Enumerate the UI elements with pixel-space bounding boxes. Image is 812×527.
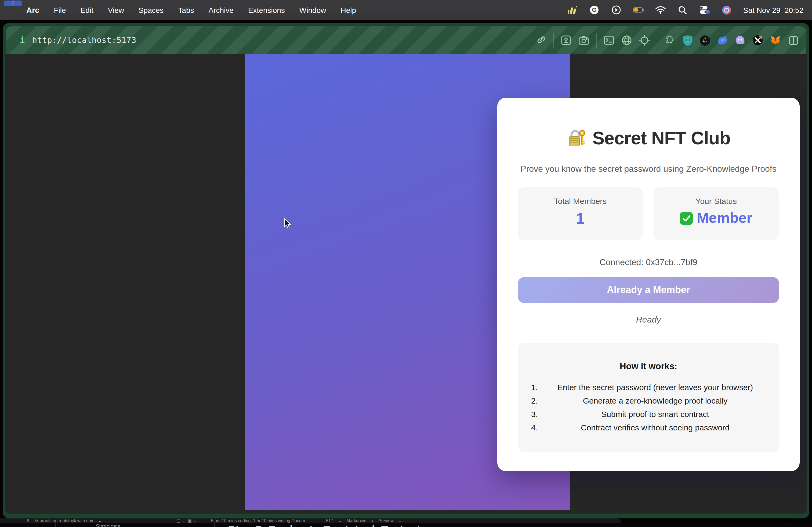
chevron-down-icon[interactable]: ⌄: [338, 518, 342, 523]
language-script-icon[interactable]: ℒ: [700, 35, 710, 45]
pane-divider: [55, 523, 56, 527]
step-text: Contract verifies without seeing passwor…: [547, 423, 779, 432]
total-members-label: Total Members: [518, 196, 643, 206]
page-title-text: Secret NFT Club: [592, 128, 730, 149]
chevron-down-icon[interactable]: ⌄: [98, 518, 102, 523]
control-center-icon[interactable]: [699, 6, 710, 14]
how-it-works-list: 1. Enter the secret password (never leav…: [518, 380, 779, 434]
menu-item-edit[interactable]: Edit: [81, 6, 93, 14]
background-active-tab[interactable]: 7: [4, 1, 22, 6]
step-number: 2.: [531, 396, 547, 405]
menu-item-spaces[interactable]: Spaces: [139, 6, 163, 14]
stocks-menu-icon[interactable]: [567, 6, 578, 14]
desktop: Arc File Edit View Spaces Tabs Archive E…: [0, 0, 812, 527]
battery-menu-icon[interactable]: [633, 6, 644, 14]
address-bar[interactable]: http://localhost:5173: [32, 35, 136, 45]
macos-menu-bar: Arc File Edit View Spaces Tabs Archive E…: [0, 0, 812, 20]
toolbar-separator: [553, 33, 554, 48]
mode-label[interactable]: Markdown: [346, 518, 366, 523]
menu-clock[interactable]: Sat Nov 29 20:52: [743, 6, 803, 14]
step-text: Enter the secret password (never leaves …: [547, 383, 779, 392]
adguard-shield-icon[interactable]: [682, 35, 693, 46]
your-status-stat: Your Status Member: [654, 187, 779, 240]
how-it-works-panel: How it works: 1. Enter the secret passwo…: [518, 343, 779, 452]
element-picker-target-icon[interactable]: [639, 35, 650, 46]
wifi-menu-icon[interactable]: [655, 6, 666, 14]
list-item: 2. Generate a zero-knowledge proof local…: [518, 394, 779, 407]
toolbar-separator: [657, 33, 657, 48]
background-window-content: Symbiosis Step 7: Deploy to Rootstock Te…: [0, 523, 812, 527]
word-count: 517: [326, 518, 333, 523]
how-it-works-heading: How it works:: [518, 361, 779, 371]
copy-link-icon[interactable]: [535, 35, 546, 46]
grammarly-menu-icon[interactable]: G: [589, 6, 600, 14]
menu-item-window[interactable]: Window: [300, 6, 326, 14]
page-title: Secret NFT Club: [497, 128, 800, 149]
siri-menu-icon[interactable]: [721, 6, 732, 14]
step-number: 4.: [531, 423, 547, 432]
page-subtitle: Prove you know the secret password using…: [497, 164, 800, 174]
app-gradient-background: Secret NFT Club Prove you know the secre…: [245, 54, 570, 510]
app-card: Secret NFT Club Prove you know the secre…: [497, 98, 800, 471]
svg-text:G: G: [592, 6, 597, 13]
mouse-cursor: [284, 219, 291, 229]
total-members-stat: Total Members 1: [518, 187, 643, 240]
spotlight-search-icon[interactable]: [677, 6, 688, 14]
step-text: Submit proof to smart contract: [547, 409, 779, 419]
chevron-down-icon[interactable]: ⌄: [398, 518, 402, 523]
checkmark-icon: [680, 212, 693, 225]
devtools-terminal-icon[interactable]: [604, 35, 614, 46]
lock-key-emoji-icon: [567, 129, 587, 148]
toolbar-separator: [596, 33, 597, 48]
your-status-label: Your Status: [654, 196, 779, 206]
list-item: 1. Enter the secret password (never leav…: [518, 380, 779, 394]
connected-address: Connected: 0x37cb...7bf9: [497, 258, 800, 267]
menu-item-help[interactable]: Help: [340, 6, 356, 14]
screenshot-camera-icon[interactable]: [578, 35, 589, 46]
search-icon[interactable]: ⌕: [371, 518, 374, 523]
list-item: 4. Contract verifies without seeing pass…: [518, 421, 779, 434]
your-status-value: Member: [697, 210, 752, 226]
x-wallet-icon[interactable]: [752, 35, 763, 46]
already-member-button[interactable]: Already a Member: [518, 277, 779, 303]
globe-network-icon[interactable]: [621, 35, 632, 46]
layout-icons[interactable]: ▢ ⌄ ▣ ⌄: [176, 518, 197, 523]
step-number: 3.: [531, 409, 547, 419]
step-text: Generate a zero-knowledge proof locally: [547, 396, 779, 405]
preview-label[interactable]: Preview: [378, 518, 394, 523]
pane-divider: [214, 523, 215, 527]
step-number: 1.: [531, 383, 547, 392]
bg-tab-count: 8: [27, 518, 29, 523]
menu-item-archive[interactable]: Archive: [209, 6, 234, 14]
total-members-value: 1: [518, 210, 643, 228]
list-item: 3. Submit proof to smart contract: [518, 407, 779, 421]
phantom-wallet-icon[interactable]: [735, 35, 745, 46]
session-timer-text: 5 hrs 10 mins coding; 1 hr 10 mins writi…: [211, 518, 305, 523]
menu-item-extensions[interactable]: Extensions: [248, 6, 285, 14]
menu-item-file[interactable]: File: [54, 6, 66, 14]
bg-sidebar-item[interactable]: Symbiosis: [89, 523, 127, 527]
bluebird-extension-icon[interactable]: [717, 35, 728, 46]
stats-row: Total Members 1 Your Status Member: [518, 187, 779, 240]
background-window-titlebar: 8 zk proofs on rootstock with noir ⌄ ▢ ⌄…: [0, 518, 621, 523]
playback-menu-icon[interactable]: [611, 6, 622, 14]
bg-tab-title[interactable]: zk proofs on rootstock with noir: [34, 518, 93, 523]
browser-toolbar: i http://localhost:5173: [6, 26, 806, 54]
split-view-icon[interactable]: [788, 35, 799, 46]
web-page: Secret NFT Club Prove you know the secre…: [5, 54, 807, 514]
site-info-icon[interactable]: i: [20, 35, 25, 45]
extensions-puzzle-icon[interactable]: [664, 35, 675, 46]
menu-item-tabs[interactable]: Tabs: [178, 6, 194, 14]
menu-app-name[interactable]: Arc: [26, 6, 39, 14]
bg-doc-title: Step 7: Deploy to Rootstock Testnet: [228, 523, 420, 527]
browser-window: i http://localhost:5173: [3, 23, 809, 518]
metamask-fox-icon[interactable]: [770, 35, 781, 46]
media-gallery-icon[interactable]: [561, 35, 571, 46]
status-text: Ready: [497, 315, 800, 325]
menu-item-view[interactable]: View: [108, 6, 124, 14]
